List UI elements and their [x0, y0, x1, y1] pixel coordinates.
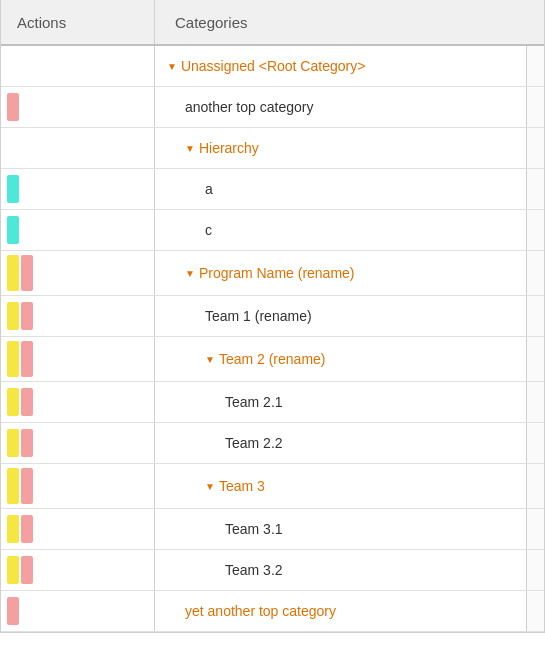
- pink-bar: [21, 515, 33, 543]
- c-col-cell: [526, 337, 544, 381]
- pink-bar: [21, 255, 33, 291]
- pink-bar: [21, 388, 33, 416]
- actions-cell: [1, 169, 155, 209]
- pink-bar: [7, 597, 19, 625]
- pink-bar: [21, 341, 33, 377]
- action-bars: [7, 386, 33, 418]
- category-cell[interactable]: Team 2.2: [155, 423, 526, 463]
- category-label: Unassigned <Root Category>: [181, 58, 365, 74]
- table-row: Team 2.2: [1, 423, 544, 464]
- category-cell[interactable]: ▼ Team 2 (rename): [155, 337, 526, 381]
- yellow-bar: [7, 255, 19, 291]
- table-row: ▼ Unassigned <Root Category>: [1, 46, 544, 87]
- c-col-cell: [526, 296, 544, 336]
- yellow-bar: [7, 388, 19, 416]
- c-col-cell: [526, 46, 544, 86]
- yellow-bar: [7, 556, 19, 584]
- table-row: a: [1, 169, 544, 210]
- actions-cell: [1, 128, 155, 168]
- category-cell[interactable]: Team 3.1: [155, 509, 526, 549]
- c-col-cell: [526, 382, 544, 422]
- category-label: Hierarchy: [199, 140, 259, 156]
- expand-triangle-icon[interactable]: ▼: [185, 268, 195, 279]
- c-col-cell: [526, 128, 544, 168]
- c-col-cell: [526, 464, 544, 508]
- pink-bar: [21, 429, 33, 457]
- actions-cell: [1, 591, 155, 631]
- table-row: Team 3.1: [1, 509, 544, 550]
- c-col-cell: [526, 509, 544, 549]
- action-bars: [7, 595, 19, 627]
- category-cell[interactable]: ▼ Unassigned <Root Category>: [155, 46, 526, 86]
- table-row: another top category: [1, 87, 544, 128]
- actions-cell: [1, 550, 155, 590]
- c-col-cell: [526, 591, 544, 631]
- c-col-cell: [526, 210, 544, 250]
- expand-triangle-icon[interactable]: ▼: [167, 61, 177, 72]
- actions-cell: [1, 337, 155, 381]
- c-col-cell: [526, 87, 544, 127]
- actions-cell: [1, 296, 155, 336]
- c-col-cell: [526, 550, 544, 590]
- category-table: Actions Categories ▼ Unassigned <Root Ca…: [0, 0, 545, 633]
- category-cell[interactable]: Team 1 (rename): [155, 296, 526, 336]
- yellow-bar: [7, 515, 19, 543]
- yellow-bar: [7, 429, 19, 457]
- action-bars: [7, 214, 19, 246]
- category-label: Program Name (rename): [199, 265, 355, 281]
- action-bars: [7, 300, 33, 332]
- cyan-bar: [7, 216, 19, 244]
- actions-cell: [1, 509, 155, 549]
- category-label: Team 3: [219, 478, 265, 494]
- actions-cell: [1, 210, 155, 250]
- actions-cell: [1, 382, 155, 422]
- yellow-bar: [7, 341, 19, 377]
- c-col-cell: [526, 251, 544, 295]
- table-row: Team 1 (rename): [1, 296, 544, 337]
- actions-cell: [1, 87, 155, 127]
- table-body: ▼ Unassigned <Root Category>another top …: [1, 46, 544, 632]
- expand-triangle-icon[interactable]: ▼: [205, 354, 215, 365]
- categories-header-label: Categories: [175, 14, 248, 31]
- pink-bar: [21, 556, 33, 584]
- category-cell[interactable]: Team 3.2: [155, 550, 526, 590]
- action-bars: [7, 255, 33, 291]
- category-cell[interactable]: ▼ Hierarchy: [155, 128, 526, 168]
- category-label: Team 2.2: [225, 435, 283, 451]
- expand-triangle-icon[interactable]: ▼: [185, 143, 195, 154]
- header-categories: Categories: [155, 0, 526, 44]
- actions-cell: [1, 464, 155, 508]
- actions-header-label: Actions: [17, 14, 66, 31]
- action-bars: [7, 513, 33, 545]
- table-row: ▼ Hierarchy: [1, 128, 544, 169]
- table-row: c: [1, 210, 544, 251]
- category-cell[interactable]: another top category: [155, 87, 526, 127]
- table-row: yet another top category: [1, 591, 544, 632]
- action-bars: [7, 427, 33, 459]
- category-cell[interactable]: ▼ Program Name (rename): [155, 251, 526, 295]
- category-cell[interactable]: yet another top category: [155, 591, 526, 631]
- table-row: Team 3.2: [1, 550, 544, 591]
- category-label: Team 3.2: [225, 562, 283, 578]
- category-label: Team 2.1: [225, 394, 283, 410]
- pink-bar: [21, 468, 33, 504]
- category-cell[interactable]: Team 2.1: [155, 382, 526, 422]
- category-cell[interactable]: c: [155, 210, 526, 250]
- category-label: another top category: [185, 99, 313, 115]
- actions-cell: [1, 46, 155, 86]
- table-row: Team 2.1: [1, 382, 544, 423]
- action-bars: [7, 468, 33, 504]
- category-label: c: [205, 222, 212, 238]
- category-cell[interactable]: a: [155, 169, 526, 209]
- action-bars: [7, 173, 19, 205]
- yellow-bar: [7, 468, 19, 504]
- pink-bar: [21, 302, 33, 330]
- expand-triangle-icon[interactable]: ▼: [205, 481, 215, 492]
- cyan-bar: [7, 175, 19, 203]
- header-actions: Actions: [1, 0, 155, 44]
- category-label: Team 1 (rename): [205, 308, 312, 324]
- action-bars: [7, 554, 33, 586]
- category-cell[interactable]: ▼ Team 3: [155, 464, 526, 508]
- action-bars: [7, 341, 33, 377]
- table-row: ▼ Team 2 (rename): [1, 337, 544, 382]
